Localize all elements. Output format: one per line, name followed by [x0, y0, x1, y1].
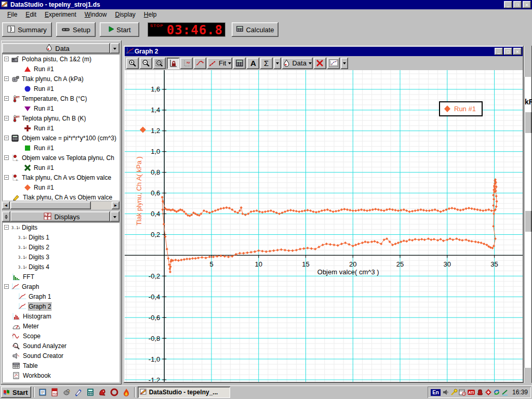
- smart-tool-button[interactable]: [194, 58, 206, 69]
- setup-button[interactable]: Setup: [56, 22, 96, 37]
- menu-help[interactable]: Help: [140, 10, 161, 19]
- sigma-dropdown-button[interactable]: [274, 58, 281, 69]
- display-subitem-graph-2[interactable]: Graph 2: [2, 301, 119, 311]
- run-label[interactable]: Run #1: [34, 65, 54, 73]
- sigma-button[interactable]: Σ: [260, 58, 273, 69]
- summary-button[interactable]: Summary: [2, 22, 52, 37]
- display-item-digits[interactable]: −3.14Digits: [2, 222, 119, 232]
- data-item-3[interactable]: −RTDTeplota plynu, Ch B (K): [2, 113, 119, 123]
- display-subitem-digits-1[interactable]: 3.14Digits 1: [2, 232, 119, 242]
- menu-file[interactable]: File: [3, 10, 21, 19]
- quicklaunch-dragon-icon[interactable]: [97, 387, 108, 398]
- data-item-5[interactable]: −yxObjem valce vs Teplota plynu, Ch: [2, 153, 119, 163]
- tray-imp-icon[interactable]: [476, 389, 484, 396]
- run-label[interactable]: Run #1: [34, 125, 54, 132]
- collapse-box-icon[interactable]: −: [4, 76, 9, 81]
- display-item-label[interactable]: Histogram: [23, 313, 51, 320]
- scroll-left-arrow-icon[interactable]: ◄: [2, 202, 10, 209]
- display-subitem-label[interactable]: Digits 4: [29, 263, 49, 271]
- display-item-sound-creator[interactable]: Sound Creator: [2, 351, 119, 361]
- data-item-label[interactable]: Tlak plynu, Ch A (kPa): [22, 75, 84, 83]
- run-label[interactable]: Run #1: [34, 164, 54, 171]
- display-item-sound-analyzer[interactable]: Sound Analyzer: [2, 341, 119, 351]
- data-item-label[interactable]: Objem valce = pi*r*r*y*100 (cm^3): [22, 135, 116, 142]
- quicklaunch-notepad-icon[interactable]: [37, 387, 48, 398]
- tray-diamond-arrows-icon[interactable]: [485, 389, 492, 396]
- display-item-label[interactable]: Digits: [22, 224, 37, 231]
- data-header-dropdown[interactable]: [110, 43, 119, 54]
- data-item-label[interactable]: Tlak plynu, Ch A vs Objem valce: [22, 174, 111, 181]
- quicklaunch-ink-pen-icon[interactable]: [73, 387, 84, 398]
- data-item-1[interactable]: −Tlak plynu, Ch A (kPa): [2, 74, 119, 84]
- quicklaunch-calculator-small-icon[interactable]: [85, 387, 96, 398]
- display-subitem-label[interactable]: Digits 3: [29, 254, 49, 261]
- data-run-0[interactable]: Run #1: [2, 64, 119, 74]
- data-drop-button[interactable]: Data: [282, 58, 312, 69]
- menu-experiment[interactable]: Experiment: [41, 10, 81, 19]
- collapse-box-icon[interactable]: −: [4, 116, 9, 121]
- language-indicator[interactable]: En: [431, 389, 441, 396]
- quicklaunch-flame-icon[interactable]: [121, 387, 132, 398]
- display-item-label[interactable]: Table: [23, 362, 38, 369]
- data-run-4[interactable]: Run #1: [2, 143, 119, 153]
- displays-header-dropdown[interactable]: [110, 211, 119, 222]
- menu-window[interactable]: Window: [81, 10, 111, 19]
- data-item-7[interactable]: Tlak plynu, Ch A vs Objem valce: [2, 192, 119, 201]
- graph-maximize-button[interactable]: □: [504, 48, 512, 55]
- run-label[interactable]: Run #1: [34, 105, 54, 112]
- displays-header-button[interactable]: Displays: [10, 211, 110, 222]
- text-tool-button[interactable]: A: [247, 58, 259, 69]
- data-item-0[interactable]: −Poloha pistu, Ch 1&2 (m): [2, 54, 119, 64]
- zoom-select-button[interactable]: [153, 58, 166, 69]
- graph-minimize-button[interactable]: _: [495, 48, 503, 55]
- display-item-histogram[interactable]: Histogram: [2, 311, 119, 321]
- display-subitem-digits-4[interactable]: 3.14Digits 4: [2, 262, 119, 272]
- display-item-scope[interactable]: Scope: [2, 331, 119, 341]
- display-item-table[interactable]: Table: [2, 361, 119, 370]
- tray-ati-icon[interactable]: ATI: [467, 389, 475, 396]
- display-subitem-graph-1[interactable]: Graph 1: [2, 291, 119, 301]
- restore-button[interactable]: ❐: [513, 1, 522, 8]
- quicklaunch-bird-icon[interactable]: [61, 387, 72, 398]
- menu-edit[interactable]: Edit: [21, 10, 41, 19]
- data-header-button[interactable]: Data: [2, 43, 110, 54]
- data-run-1[interactable]: Run #1: [2, 84, 119, 94]
- graph-settings-dropdown-button[interactable]: [341, 58, 348, 69]
- tray-scheduler-icon[interactable]: [459, 389, 466, 396]
- graph-settings-button[interactable]: [327, 58, 340, 69]
- app-titlebar[interactable]: DataStudio - tepelny_stroj1.ds _ ❐ ✕: [0, 0, 532, 9]
- scale-lock-button[interactable]: [167, 58, 179, 69]
- delete-button[interactable]: [314, 58, 326, 69]
- sort-toggle-icon[interactable]: [2, 211, 10, 222]
- collapse-box-icon[interactable]: −: [4, 96, 9, 101]
- quicklaunch-pdf-icon[interactable]: PDF: [49, 387, 60, 398]
- start-button[interactable]: Start: [100, 22, 139, 37]
- chart[interactable]: -1,2-1,0-0,8-0,6-0,4-0,20,20,40,60,81,01…: [125, 70, 523, 382]
- collapse-box-icon[interactable]: −: [4, 155, 9, 160]
- data-item-label[interactable]: Objem valce vs Teplota plynu, Ch: [22, 154, 114, 162]
- tray-volume-icon[interactable]: [442, 389, 449, 396]
- collapse-box-icon[interactable]: −: [4, 57, 9, 61]
- display-item-label[interactable]: FFT: [23, 273, 34, 281]
- data-tree-hscrollbar[interactable]: ◄ ►: [2, 202, 119, 209]
- graph-close-button[interactable]: ✕: [513, 48, 522, 55]
- display-subitem-label[interactable]: Digits 1: [29, 234, 49, 241]
- display-item-meter[interactable]: Meter: [2, 321, 119, 331]
- display-item-label[interactable]: Graph: [22, 283, 39, 290]
- tray-green-pen-icon[interactable]: [501, 389, 509, 396]
- menu-display[interactable]: Display: [111, 10, 139, 19]
- calc-tool-button[interactable]: [233, 58, 246, 69]
- display-item-label[interactable]: Workbook: [23, 372, 51, 379]
- display-item-label[interactable]: Scope: [23, 332, 41, 340]
- display-subitem-digits-3[interactable]: 3.14Digits 3: [2, 252, 119, 262]
- tray-key-icon[interactable]: [450, 389, 458, 396]
- data-item-label[interactable]: Teplota plynu, Ch B (K): [22, 115, 86, 122]
- run-label[interactable]: Run #1: [34, 85, 54, 92]
- data-run-6[interactable]: Run #1: [2, 182, 119, 192]
- display-item-workbook[interactable]: Workbook: [2, 370, 119, 380]
- close-button[interactable]: ✕: [523, 1, 531, 8]
- axes-xy-button[interactable]: xy: [180, 58, 193, 69]
- data-run-2[interactable]: Run #1: [2, 103, 119, 113]
- display-subitem-label[interactable]: Graph 1: [29, 293, 51, 300]
- data-item-label[interactable]: Poloha pistu, Ch 1&2 (m): [22, 56, 91, 63]
